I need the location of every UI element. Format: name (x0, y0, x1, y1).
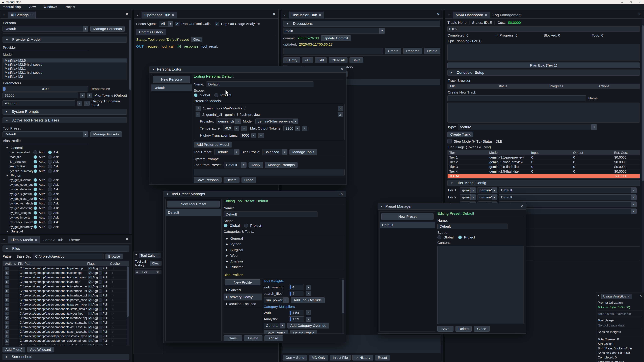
section-screenshots[interactable]: ▶ Screenshots (2, 354, 129, 360)
dock-handle-icon[interactable]: ▼ (0, 239, 8, 243)
history-limit-field[interactable]: 900000 (2, 100, 75, 106)
category-analysis[interactable]: ▶Analysis (226, 259, 342, 263)
section-files[interactable]: ▼ Files (2, 246, 129, 252)
tool-preset-list-item[interactable]: Default (166, 209, 221, 216)
new-profile-button[interactable]: New Profile (225, 279, 260, 285)
auto-radio[interactable] (33, 178, 38, 182)
close-icon[interactable]: ✕ (628, 295, 630, 298)
section-active-tool-presets[interactable]: ▼ Active Tool Presets & Biases (2, 117, 127, 123)
close-icon[interactable]: ✕ (172, 13, 174, 17)
panel-close-icon[interactable]: ✕ (273, 12, 276, 16)
remove-model-1-button[interactable]: x (338, 106, 343, 111)
tier-provider-select[interactable]: gemini▼ (460, 187, 476, 193)
load-preset-select[interactable]: Default ▼ (224, 162, 246, 168)
full-checkbox[interactable] (98, 271, 102, 275)
ask-radio[interactable] (48, 187, 52, 191)
category-python[interactable]: ▶Python (226, 242, 342, 246)
save-persona-button[interactable]: Save Persona (194, 177, 222, 183)
max-tokens-increment[interactable]: + (87, 93, 92, 98)
dock-handle-icon[interactable]: ▼ (134, 14, 142, 18)
new-track-description-input[interactable] (448, 103, 640, 122)
full-checkbox[interactable] (98, 294, 102, 297)
close-icon[interactable]: ✕ (340, 67, 344, 71)
ask-radio[interactable] (48, 169, 52, 173)
category-multiplier-Web-slider[interactable]: 1.5x (289, 310, 304, 316)
agg-checkbox[interactable]: ✓ (88, 326, 92, 329)
persona-select[interactable]: Default ▼ (2, 26, 88, 32)
delete-preset-button[interactable]: Delete (456, 326, 472, 332)
ask-radio[interactable] (48, 164, 52, 168)
ask-radio[interactable] (48, 225, 52, 229)
tool-override-select[interactable]: run_powershell ▼ (264, 297, 289, 303)
remove-file-button[interactable]: x (5, 271, 9, 275)
persona-list-item[interactable]: Default (151, 84, 192, 91)
slider-thumb[interactable] (290, 292, 291, 296)
scope-global-radio[interactable] (438, 235, 442, 239)
remove-file-button[interactable]: x (5, 294, 9, 297)
ask-radio[interactable] (48, 206, 52, 210)
tool-preset-select[interactable]: Default ▼ (2, 131, 88, 137)
close-dialog-button[interactable]: Close (242, 177, 256, 183)
max-increment[interactable]: + (302, 126, 308, 131)
full-checkbox[interactable] (98, 344, 102, 346)
full-checkbox[interactable] (98, 326, 102, 329)
max-tokens-decrement[interactable]: - (80, 93, 85, 98)
delete-tool-preset-button[interactable]: Delete (244, 335, 262, 341)
tool-group-python[interactable]: ▼Python (6, 173, 127, 178)
ask-radio[interactable] (48, 192, 52, 196)
close-dialog-button[interactable]: Close (264, 335, 283, 341)
close-icon[interactable]: ✕ (35, 238, 37, 242)
model-list-item[interactable]: MiniMax-M2.5 (3, 58, 127, 62)
tab-ai-settings[interactable]: AI Settings ✕ (8, 11, 36, 18)
temperature-slider[interactable]: 0.00 (2, 86, 88, 91)
compose-button-reset[interactable]: Reset (375, 355, 390, 361)
agg-checkbox[interactable]: ✓ (88, 294, 92, 297)
step-mode-checkbox[interactable]: ✓ (448, 139, 452, 143)
close-dialog-button[interactable]: Close (474, 326, 490, 332)
plan-epic-button[interactable]: Plan Epic (Tier 1) (448, 62, 640, 68)
discussion-button--all[interactable]: +All (315, 57, 327, 63)
bias-profile-select[interactable]: Balanced ▼ (2, 144, 88, 144)
agg-checkbox[interactable]: ✓ (88, 344, 92, 346)
tool-weight-web_search-remove-button[interactable]: x (306, 285, 311, 290)
full-checkbox[interactable] (98, 308, 102, 311)
remove-file-button[interactable]: x (5, 330, 9, 334)
discussion-name-input[interactable] (283, 48, 383, 54)
category-runtime[interactable]: ▶Runtime (226, 265, 342, 269)
new-tool-preset-button[interactable]: New Tool Preset (167, 201, 220, 207)
compose-button--history[interactable]: -> History (352, 355, 373, 361)
add-tool-override-button[interactable]: Add Tool Override (291, 297, 325, 303)
tier-preset-select[interactable]: Default▼ (499, 187, 636, 193)
category-surgical[interactable]: ▶Surgical (226, 248, 342, 252)
ask-radio[interactable] (48, 211, 52, 215)
close-icon[interactable]: ✕ (638, 1, 641, 4)
full-checkbox[interactable] (98, 339, 102, 343)
slider-thumb[interactable] (3, 87, 6, 91)
auto-radio[interactable] (33, 220, 38, 224)
persona-name-field[interactable]: Default (206, 81, 314, 87)
hist-decrement[interactable]: - (252, 133, 256, 138)
agg-checkbox[interactable]: ✓ (88, 267, 92, 270)
slider-thumb[interactable] (290, 285, 291, 289)
slider-thumb[interactable] (290, 317, 291, 321)
model-provider-select[interactable]: gemini_cli ▼ (216, 118, 241, 124)
section-conductor-setup[interactable]: ▶ Conductor Setup (448, 69, 640, 76)
preset-content-input[interactable] (438, 246, 524, 324)
full-checkbox[interactable] (98, 280, 102, 284)
remove-file-button[interactable]: x (5, 267, 9, 270)
track-type-select[interactable]: feature ▼ (458, 124, 597, 130)
agg-checkbox[interactable]: ✓ (88, 330, 92, 333)
persona-tool-preset-select[interactable]: Default ▼ (214, 149, 240, 155)
rename-discussion-button[interactable]: Rename (403, 48, 422, 54)
full-checkbox[interactable] (98, 290, 102, 293)
compose-button-inject-file[interactable]: Inject File (330, 355, 351, 361)
ask-radio[interactable] (48, 160, 52, 164)
remove-file-button[interactable]: x (5, 317, 9, 320)
panel-close-icon[interactable]: ✕ (640, 294, 642, 298)
discussion-select[interactable]: main ▼ (283, 28, 385, 34)
remove-file-button[interactable]: x (5, 285, 9, 288)
ask-radio[interactable] (48, 150, 52, 154)
delete-persona-button[interactable]: Delete (224, 177, 240, 183)
ask-radio[interactable] (48, 201, 52, 205)
auto-radio[interactable] (33, 192, 38, 196)
